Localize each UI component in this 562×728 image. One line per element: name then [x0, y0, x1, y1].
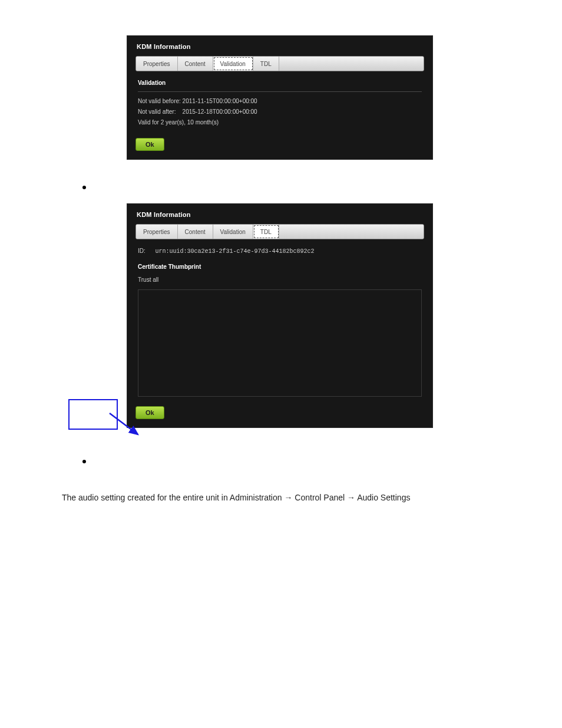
tab-bar: Properties Content Validation TDL — [135, 56, 424, 71]
tab-filler — [279, 57, 424, 71]
audio-settings-note: The audio setting created for the entire… — [62, 493, 515, 502]
tab-bar: Properties Content Validation TDL — [135, 224, 424, 239]
tab-properties[interactable]: Properties — [136, 225, 178, 239]
bullet-dot-icon — [82, 460, 86, 463]
tab-content[interactable]: Content — [178, 57, 213, 71]
tdl-empty-area — [138, 289, 422, 397]
not-valid-after-row: Not valid after: 2015-12-18T00:00:00+00:… — [138, 107, 422, 117]
valid-for-summary: Valid for 2 year(s), 10 month(s) — [138, 118, 422, 127]
not-valid-before-row: Not valid before: 2011-11-15T00:00:00+00… — [138, 97, 422, 106]
tdl-id-value: urn:uuid:30ca2e13-2f31-c74e-97d3-44182bc… — [155, 247, 314, 256]
dialog-title: KDM Information — [137, 211, 424, 218]
validation-section-title: Validation — [138, 78, 422, 88]
tab-tdl[interactable]: TDL — [253, 225, 279, 239]
not-valid-before-value: 2011-11-15T00:00:00+00:00 — [183, 97, 257, 106]
kdm-info-tdl-dialog: KDM Information Properties Content Valid… — [127, 203, 433, 428]
tab-filler — [279, 225, 424, 239]
validation-body: Validation Not valid before: 2011-11-15T… — [135, 71, 424, 132]
bullet-item — [82, 186, 515, 189]
arrow-icon — [104, 410, 180, 457]
ok-button[interactable]: Ok — [135, 138, 164, 151]
divider — [138, 91, 422, 92]
dialog-title: KDM Information — [137, 43, 424, 50]
cert-thumbprint-title: Certificate Thumbprint — [138, 262, 422, 272]
svg-line-1 — [110, 413, 138, 434]
kdm-info-validation-dialog: KDM Information Properties Content Valid… — [127, 35, 433, 160]
tdl-body: ID: urn:uuid:30ca2e13-2f31-c74e-97d3-441… — [135, 239, 424, 400]
tab-properties[interactable]: Properties — [136, 57, 178, 71]
tab-validation[interactable]: Validation — [213, 57, 253, 71]
tdl-id-row: ID: urn:uuid:30ca2e13-2f31-c74e-97d3-441… — [138, 246, 422, 256]
tab-validation[interactable]: Validation — [213, 225, 253, 239]
tab-content[interactable]: Content — [178, 225, 213, 239]
not-valid-after-label: Not valid after: — [138, 107, 176, 117]
bullet-item — [82, 460, 515, 463]
not-valid-after-value: 2015-12-18T00:00:00+00:00 — [183, 107, 257, 117]
not-valid-before-label: Not valid before: — [138, 97, 181, 106]
tdl-id-label: ID: — [138, 246, 146, 256]
bullet-dot-icon — [82, 186, 86, 189]
tab-tdl[interactable]: TDL — [253, 57, 279, 71]
trust-all-text: Trust all — [138, 275, 422, 285]
